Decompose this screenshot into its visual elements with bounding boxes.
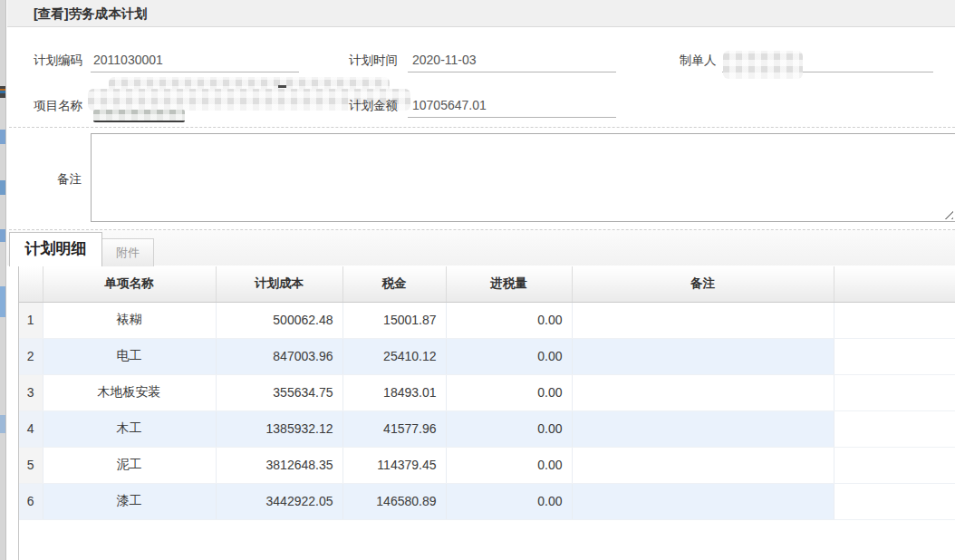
col-header-remark[interactable]: 备注 bbox=[572, 266, 834, 302]
cell-row-number[interactable]: 4 bbox=[19, 410, 43, 447]
cell-tax-input[interactable]: 0.00 bbox=[446, 374, 572, 410]
cell-item-name[interactable]: 木工 bbox=[43, 410, 216, 447]
cell-item-name[interactable]: 电工 bbox=[43, 338, 216, 374]
cell-remark[interactable] bbox=[572, 338, 834, 374]
cell-filler bbox=[834, 483, 955, 519]
plan-date-field[interactable]: 2020-11-03 bbox=[408, 51, 616, 72]
cell-filler bbox=[834, 338, 955, 374]
cell-filler bbox=[834, 374, 955, 410]
cell-item-name[interactable]: 泥工 bbox=[43, 447, 216, 483]
creator-redaction bbox=[723, 51, 803, 79]
cell-filler bbox=[834, 447, 955, 483]
cell-tax-input[interactable]: 0.00 bbox=[446, 483, 572, 519]
plan-date-label: 计划时间 bbox=[349, 53, 398, 69]
cell-tax[interactable]: 25410.12 bbox=[342, 338, 446, 374]
col-header-filler bbox=[834, 266, 955, 302]
table-row[interactable]: 3 木地板安装 355634.75 18493.01 0.00 bbox=[19, 374, 955, 410]
plan-code-field[interactable]: 2011030001 bbox=[91, 51, 299, 72]
col-header-planned-cost[interactable]: 计划成本 bbox=[216, 266, 342, 302]
cell-planned-cost[interactable]: 3442922.05 bbox=[216, 483, 342, 519]
left-edge-mark-icon bbox=[0, 130, 5, 144]
left-edge-mark-icon bbox=[0, 415, 5, 433]
tab-attachment[interactable]: 附件 bbox=[102, 238, 154, 266]
remarks-textarea[interactable] bbox=[91, 133, 955, 222]
cell-item-name[interactable]: 木地板安装 bbox=[43, 374, 216, 410]
left-edge-mark-icon bbox=[0, 286, 5, 317]
cell-row-number[interactable]: 1 bbox=[19, 302, 43, 338]
separator-dashed bbox=[9, 127, 955, 128]
tab-plan-detail[interactable]: 计划明细 bbox=[9, 232, 102, 266]
cell-planned-cost[interactable]: 500062.48 bbox=[216, 302, 342, 338]
cell-item-name[interactable]: 裱糊 bbox=[43, 302, 216, 338]
cell-remark[interactable] bbox=[572, 483, 834, 519]
plan-amount-label: 计划金额 bbox=[349, 98, 398, 114]
plan-detail-grid: 单项名称 计划成本 税金 进税量 备注 1 裱糊 500062.48 15001… bbox=[18, 266, 955, 560]
cell-tax-input[interactable]: 0.00 bbox=[446, 338, 572, 374]
project-link-redaction[interactable] bbox=[93, 110, 185, 122]
cell-remark[interactable] bbox=[572, 374, 834, 410]
cell-row-number[interactable]: 3 bbox=[19, 374, 43, 410]
dialog-titlebar: [查看]劳务成本计划 bbox=[7, 0, 955, 27]
cell-remark[interactable] bbox=[572, 410, 834, 447]
cell-planned-cost[interactable]: 1385932.12 bbox=[216, 410, 342, 447]
cell-tax[interactable]: 114379.45 bbox=[342, 447, 446, 483]
plan-detail-table: 单项名称 计划成本 税金 进税量 备注 1 裱糊 500062.48 15001… bbox=[19, 266, 955, 520]
remarks-label: 备注 bbox=[57, 171, 82, 188]
col-header-index[interactable] bbox=[19, 266, 43, 302]
cell-filler bbox=[834, 302, 955, 338]
table-row[interactable]: 5 泥工 3812648.35 114379.45 0.00 bbox=[19, 447, 955, 483]
cell-remark[interactable] bbox=[572, 302, 834, 338]
col-header-item-name[interactable]: 单项名称 bbox=[43, 266, 216, 302]
labor-cost-plan-view: [查看]劳务成本计划 计划编码 2011030001 计划时间 2020-11-… bbox=[0, 0, 955, 560]
cell-tax-input[interactable]: 0.00 bbox=[446, 447, 572, 483]
left-edge-mark-icon bbox=[0, 180, 5, 195]
cell-tax[interactable]: 18493.01 bbox=[342, 374, 446, 410]
cell-planned-cost[interactable]: 355634.75 bbox=[216, 374, 342, 410]
page-title: [查看]劳务成本计划 bbox=[34, 0, 148, 27]
table-row[interactable]: 4 木工 1385932.12 41577.96 0.00 bbox=[19, 410, 955, 447]
plan-code-label: 计划编码 bbox=[34, 53, 82, 69]
left-edge-strip bbox=[0, 0, 6, 560]
table-row[interactable]: 1 裱糊 500062.48 15001.87 0.00 bbox=[19, 302, 955, 338]
cell-row-number[interactable]: 2 bbox=[19, 338, 43, 374]
cell-row-number[interactable]: 6 bbox=[19, 483, 43, 519]
left-edge-mark-icon bbox=[0, 229, 5, 242]
cell-tax-input[interactable]: 0.00 bbox=[446, 410, 572, 447]
cell-row-number[interactable]: 5 bbox=[19, 447, 43, 483]
col-header-tax-input[interactable]: 进税量 bbox=[446, 266, 572, 302]
cell-filler bbox=[834, 410, 955, 447]
creator-label: 制单人 bbox=[680, 53, 717, 69]
cell-tax[interactable]: 146580.89 bbox=[342, 483, 446, 519]
table-header-row: 单项名称 计划成本 税金 进税量 备注 bbox=[19, 266, 955, 302]
cell-tax-input[interactable]: 0.00 bbox=[446, 302, 572, 338]
table-row[interactable]: 6 漆工 3442922.05 146580.89 0.00 bbox=[19, 483, 955, 519]
table-row[interactable]: 2 电工 847003.96 25410.12 0.00 bbox=[19, 338, 955, 374]
cell-tax[interactable]: 41577.96 bbox=[342, 410, 446, 447]
project-name-label: 项目名称 bbox=[34, 98, 82, 114]
cell-planned-cost[interactable]: 3812648.35 bbox=[216, 447, 342, 483]
plan-amount-field[interactable]: 10705647.01 bbox=[408, 96, 616, 118]
cell-item-name[interactable]: 漆工 bbox=[43, 483, 216, 519]
project-name-redaction bbox=[278, 85, 286, 88]
col-header-tax[interactable]: 税金 bbox=[342, 266, 446, 302]
left-edge-mark-icon bbox=[0, 86, 5, 98]
cell-tax[interactable]: 15001.87 bbox=[342, 302, 446, 338]
cell-remark[interactable] bbox=[572, 447, 834, 483]
cell-planned-cost[interactable]: 847003.96 bbox=[216, 338, 342, 374]
